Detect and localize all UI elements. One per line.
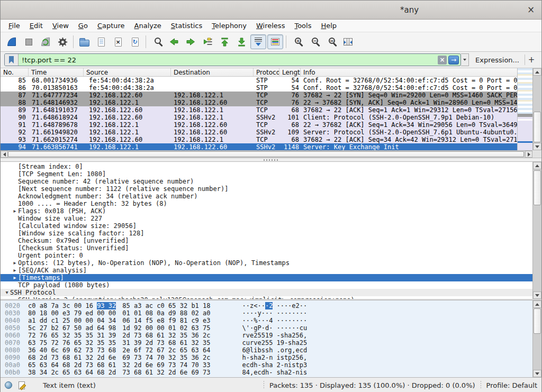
- packet-list-vscrollbar[interactable]: [532, 68, 541, 150]
- filter-history-dropdown[interactable]: [461, 53, 469, 66]
- menu-edit[interactable]: Edit: [25, 21, 48, 31]
- hex-row-0090[interactable]: 009068 2d 73 68 61 32 2d 6e69 73 74 70 3…: [1, 354, 532, 361]
- menu-go[interactable]: Go: [74, 21, 93, 31]
- menu-help[interactable]: Help: [316, 21, 341, 31]
- zoom-reset-button[interactable]: =: [323, 34, 339, 49]
- add-filter-button[interactable]: +: [525, 55, 538, 65]
- go-first-packet-button[interactable]: [216, 34, 232, 49]
- resize-columns-button[interactable]: [340, 34, 356, 49]
- filter-input[interactable]: !tcp.port == 22: [19, 54, 438, 66]
- detail-line[interactable]: Acknowledgment number: 34 (relative ack …: [1, 193, 532, 200]
- packet-row-92[interactable]: 9271.661949820192.168.122.1192.168.122.6…: [1, 129, 517, 136]
- packet-list-minimap[interactable]: [517, 68, 532, 150]
- packet-row-86[interactable]: 8670.013850163fe:54:00:d4:38:2aSTP54Conf…: [1, 84, 517, 92]
- detail-line[interactable]: ▾SSH Protocol: [1, 289, 532, 296]
- detail-line[interactable]: [Window size scaling factor: 128]: [1, 230, 532, 237]
- packet-list-hscrollbar[interactable]: [1, 150, 532, 158]
- scroll-down-icon[interactable]: [533, 143, 541, 150]
- expression-button[interactable]: Expression...: [475, 56, 519, 64]
- detail-line[interactable]: ▸SSH Version 2 (encryption:chacha20-poly…: [1, 296, 532, 299]
- detail-line[interactable]: [TCP Segment Len: 1080]: [1, 170, 532, 178]
- open-file-button[interactable]: [76, 34, 92, 49]
- column-header-info[interactable]: Info: [301, 68, 517, 76]
- close-icon[interactable]: ×: [526, 4, 536, 15]
- column-header-destination[interactable]: Destination: [171, 68, 254, 76]
- go-last-packet-button[interactable]: [233, 34, 249, 49]
- filter-apply-button[interactable]: →: [448, 56, 459, 65]
- auto-scroll-button[interactable]: [250, 34, 266, 49]
- packet-row-89[interactable]: 8971.648191037192.168.122.60192.168.122.…: [1, 106, 517, 114]
- detail-line[interactable]: [Checksum Status: Unverified]: [1, 244, 532, 252]
- menu-statistics[interactable]: Statistics: [166, 21, 207, 31]
- detail-line[interactable]: ▸Options: (12 bytes), No-Operation (NOP)…: [1, 259, 532, 267]
- detail-line[interactable]: [Calculated window size: 29056]: [1, 222, 532, 230]
- scrollbar-thumb[interactable]: [534, 112, 541, 142]
- menu-telephony[interactable]: Telephony: [207, 21, 251, 31]
- column-header-source[interactable]: Source: [84, 68, 171, 76]
- expand-arrow-icon[interactable]: ▸: [12, 296, 18, 299]
- stop-capture-button[interactable]: [21, 34, 37, 49]
- zoom-out-button[interactable]: −: [306, 34, 322, 49]
- column-header-no[interactable]: No.: [1, 68, 29, 76]
- hex-row-0060[interactable]: 006072 76 65 32 35 35 31 392d 73 68 61 3…: [1, 332, 532, 339]
- profile-selector[interactable]: Profile: Default: [486, 381, 537, 389]
- capture-comment-icon[interactable]: [19, 381, 25, 389]
- go-back-button[interactable]: [166, 34, 182, 49]
- detail-line[interactable]: Window size value: 227: [1, 215, 532, 222]
- scrollbar-thumb[interactable]: [534, 308, 541, 334]
- expand-arrow-icon[interactable]: ▸: [12, 207, 18, 215]
- capture-options-button[interactable]: [55, 34, 70, 49]
- expand-arrow-icon[interactable]: ▸: [12, 259, 18, 267]
- packet-row-93[interactable]: 9371.662015274192.168.122.60192.168.122.…: [1, 136, 517, 143]
- detail-line[interactable]: 1000 .... = Header Length: 32 bytes (8): [1, 200, 532, 207]
- zoom-in-button[interactable]: +: [289, 34, 305, 49]
- packet-row-85[interactable]: 8568.001734936fe:54:00:d4:38:2aSTP54Conf…: [1, 77, 517, 84]
- packet-row-88[interactable]: 8871.648146932192.168.122.1192.168.122.6…: [1, 99, 517, 106]
- detail-vscrollbar[interactable]: [532, 162, 541, 299]
- hex-row-0070[interactable]: 007063 75 72 76 65 32 35 3531 39 2d 73 6…: [1, 339, 532, 347]
- scroll-up-icon[interactable]: [533, 300, 541, 308]
- scroll-down-icon[interactable]: [533, 291, 541, 299]
- scrollbar-thumb[interactable]: [534, 170, 541, 205]
- packet-row-87[interactable]: 8771.647777234192.168.122.60192.168.122.…: [1, 92, 517, 99]
- detail-line[interactable]: Sequence number: 42 (relative sequence n…: [1, 178, 532, 185]
- packet-row-91[interactable]: 9171.648789678192.168.122.1192.168.122.6…: [1, 121, 517, 129]
- menu-tools[interactable]: Tools: [290, 21, 316, 31]
- display-filter-field[interactable]: !tcp.port == 22 × →: [4, 53, 461, 66]
- menu-analyze[interactable]: Analyze: [130, 21, 166, 31]
- packet-row-94[interactable]: 9471.663856741192.168.122.1192.168.122.6…: [1, 143, 517, 150]
- scroll-down-icon[interactable]: [533, 370, 541, 377]
- detail-line[interactable]: Checksum: 0x79ed [unverified]: [1, 237, 532, 244]
- find-packet-button[interactable]: [149, 34, 165, 49]
- menu-view[interactable]: View: [48, 21, 74, 31]
- colorize-button[interactable]: [267, 34, 283, 49]
- detail-line[interactable]: [Next sequence number: 1122 (relative se…: [1, 185, 532, 193]
- go-to-packet-button[interactable]: [200, 34, 215, 49]
- detail-line[interactable]: ▸Flags: 0x018 (PSH, ACK): [1, 207, 532, 215]
- reload-file-button[interactable]: ↻: [127, 34, 143, 49]
- hex-row-00b0[interactable]: 00b038 34 2c 65 63 64 68 2d73 68 61 32 2…: [1, 369, 532, 376]
- restart-capture-button[interactable]: [38, 34, 53, 49]
- column-header-length[interactable]: Length: [279, 68, 301, 76]
- hex-row-0080[interactable]: 008036 40 6c 69 62 73 73 682e 6f 72 67 2…: [1, 347, 532, 354]
- expert-info-icon[interactable]: [5, 381, 12, 389]
- filter-clear-button[interactable]: ×: [438, 56, 447, 65]
- detail-line[interactable]: Urgent pointer: 0: [1, 252, 532, 259]
- scroll-up-icon[interactable]: [533, 68, 541, 76]
- start-capture-button[interactable]: [4, 34, 20, 49]
- go-forward-button[interactable]: [183, 34, 198, 49]
- detail-line[interactable]: TCP payload (1080 bytes): [1, 281, 532, 289]
- hex-row-0020[interactable]: 0020c0 a8 7a 3c 00 16 93 3285 a3 ac c0 6…: [1, 302, 532, 309]
- titlebar[interactable]: *any ×: [1, 1, 541, 20]
- hex-row-0030[interactable]: 003080 18 00 e3 79 ed 00 0001 01 08 0a d…: [1, 309, 532, 317]
- menu-wireless[interactable]: Wireless: [251, 21, 290, 31]
- scroll-right-icon[interactable]: [525, 151, 532, 158]
- collapse-arrow-icon[interactable]: ▾: [4, 289, 10, 296]
- menu-file[interactable]: File: [4, 21, 25, 31]
- detail-line[interactable]: [Stream index: 0]: [1, 163, 532, 170]
- column-header-protocol[interactable]: Protocol: [254, 68, 279, 76]
- save-file-button[interactable]: [93, 34, 109, 49]
- detail-line[interactable]: ▸[SEQ/ACK analysis]: [1, 267, 532, 274]
- menu-capture[interactable]: Capture: [93, 21, 130, 31]
- expand-arrow-icon[interactable]: ▸: [12, 267, 18, 274]
